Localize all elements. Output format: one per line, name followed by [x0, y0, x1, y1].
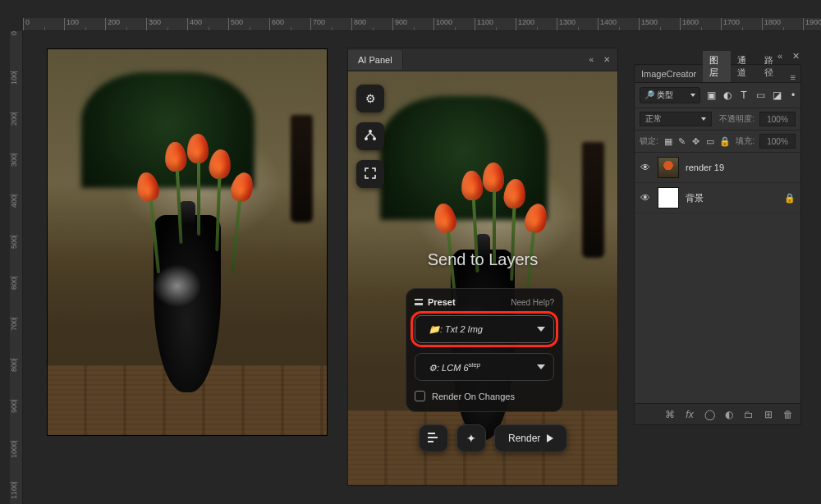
lock-brush-icon[interactable]: ✎	[677, 136, 687, 147]
layer-thumbnail[interactable]	[658, 157, 679, 178]
svg-point-1	[365, 137, 368, 140]
tab-imagecreator[interactable]: ImageCreator	[635, 66, 703, 82]
filter-adjust-icon[interactable]: ◐	[722, 89, 733, 101]
close-icon[interactable]: ✕	[601, 53, 612, 66]
chevron-down-icon	[537, 364, 545, 369]
render-on-changes-row[interactable]: Render On Changes	[415, 391, 554, 401]
need-help-link[interactable]: Need Help?	[511, 298, 554, 307]
chevron-down-icon	[701, 117, 706, 121]
preset-dropdown[interactable]: 📁: Txt 2 Img	[415, 315, 554, 343]
adjustment-layer-icon[interactable]: ◐	[723, 409, 735, 420]
filter-text-icon[interactable]: T	[738, 89, 750, 101]
layer-filter-dropdown[interactable]: 🔎 类型	[640, 87, 700, 103]
document-image	[48, 49, 327, 435]
lock-icon: 🔒	[784, 193, 796, 204]
tab-paths[interactable]: 路径	[758, 51, 785, 82]
list-button[interactable]	[419, 424, 448, 452]
layer-name[interactable]: 背景	[686, 192, 704, 204]
fullscreen-button[interactable]	[356, 160, 384, 188]
preset-label: Preset	[428, 297, 456, 307]
delete-layer-icon[interactable]: 🗑	[782, 409, 794, 420]
filter-toggle-icon[interactable]: •	[787, 89, 799, 101]
list-icon	[428, 432, 439, 445]
opacity-field[interactable]: 100%	[759, 112, 796, 126]
vertical-ruler: 010020030040050060070080090010001100	[10, 31, 23, 504]
layers-panel: ImageCreator 图层 通道 路径 ≡ 🔎 类型 ▣ ◐ T ▭ ◪ •…	[634, 64, 801, 425]
close-icon[interactable]: ✕	[791, 51, 801, 62]
ai-panel-tab[interactable]: AI Panel	[348, 50, 403, 70]
canvas-document[interactable]	[48, 49, 327, 435]
fill-label: 填充:	[736, 135, 754, 147]
group-icon[interactable]: 🗀	[743, 409, 754, 420]
visibility-eye-icon[interactable]: 👁	[640, 192, 651, 204]
send-to-layers-label: Send to Layers	[348, 250, 617, 269]
layer-thumbnail[interactable]	[658, 187, 679, 208]
fullscreen-icon	[365, 167, 376, 181]
lock-artboard-icon[interactable]: ▭	[705, 136, 715, 147]
nodes-button[interactable]	[356, 122, 384, 150]
ai-panel: AI Panel « ✕ ⚙	[347, 48, 618, 486]
filter-smart-icon[interactable]: ◪	[771, 89, 782, 101]
sparkle-icon: ✦	[466, 432, 476, 445]
checkbox-unchecked[interactable]	[415, 391, 425, 401]
play-icon	[547, 434, 553, 442]
preset-card: Preset Need Help? 📁: Txt 2 Img ⚙: LCM 6s…	[406, 288, 563, 412]
nodes-icon	[364, 129, 377, 144]
opacity-label: 不透明度:	[719, 113, 754, 125]
layer-mask-icon[interactable]: ◯	[704, 409, 715, 420]
sparkle-button[interactable]: ✦	[456, 424, 486, 452]
tab-channels[interactable]: 通道	[731, 51, 758, 82]
panel-collapse-icon[interactable]: «	[586, 53, 596, 66]
panel-tabs: ImageCreator 图层 通道 路径 ≡	[635, 65, 800, 83]
lock-all-icon[interactable]: 🔒	[719, 136, 729, 147]
ai-panel-header: AI Panel « ✕	[348, 48, 617, 71]
chevron-down-icon	[537, 327, 545, 332]
preset-menu-icon[interactable]	[415, 299, 423, 305]
gear-icon: ⚙	[365, 92, 376, 105]
sampler-dropdown[interactable]: ⚙: LCM 6step	[415, 353, 554, 381]
layer-fx-icon[interactable]: fx	[684, 409, 695, 420]
layer-list: 👁render 19👁背景🔒	[635, 153, 800, 403]
link-layers-icon[interactable]: ⌘	[664, 409, 676, 420]
canvas-area: AI Panel « ✕ ⚙	[23, 31, 821, 504]
blend-row: 正常 不透明度: 100%	[635, 108, 800, 131]
lock-label: 锁定:	[640, 135, 658, 147]
lock-row: 锁定: ▦ ✎ ✥ ▭ 🔒 填充: 100%	[635, 131, 800, 153]
svg-point-2	[373, 137, 376, 140]
panel-menu-icon[interactable]: ≡	[786, 72, 800, 82]
tab-layers[interactable]: 图层	[703, 51, 730, 82]
new-layer-icon[interactable]: ⊞	[763, 409, 774, 420]
ai-preview-image	[348, 71, 617, 485]
blend-mode-dropdown[interactable]: 正常	[640, 112, 712, 126]
render-button[interactable]: Render	[494, 424, 567, 452]
layer-name[interactable]: render 19	[686, 163, 724, 172]
render-on-changes-label: Render On Changes	[432, 392, 515, 401]
chevron-down-icon	[690, 94, 695, 97]
layers-panel-footer: ⌘ fx ◯ ◐ 🗀 ⊞ 🗑	[635, 403, 800, 424]
filter-shape-icon[interactable]: ▭	[754, 89, 766, 101]
layer-row[interactable]: 👁背景🔒	[635, 183, 800, 213]
layer-row[interactable]: 👁render 19	[635, 153, 800, 183]
visibility-eye-icon[interactable]: 👁	[640, 162, 651, 173]
svg-point-0	[369, 130, 372, 133]
layer-filter-row: 🔎 类型 ▣ ◐ T ▭ ◪ •	[635, 83, 800, 108]
filter-image-icon[interactable]: ▣	[705, 89, 717, 101]
lock-pixels-icon[interactable]: ▦	[663, 136, 673, 147]
fill-field[interactable]: 100%	[759, 134, 796, 149]
horizontal-ruler: 0100200300400500600700800900100011001200…	[23, 18, 821, 31]
settings-button[interactable]: ⚙	[356, 85, 384, 112]
lock-position-icon[interactable]: ✥	[691, 136, 701, 147]
